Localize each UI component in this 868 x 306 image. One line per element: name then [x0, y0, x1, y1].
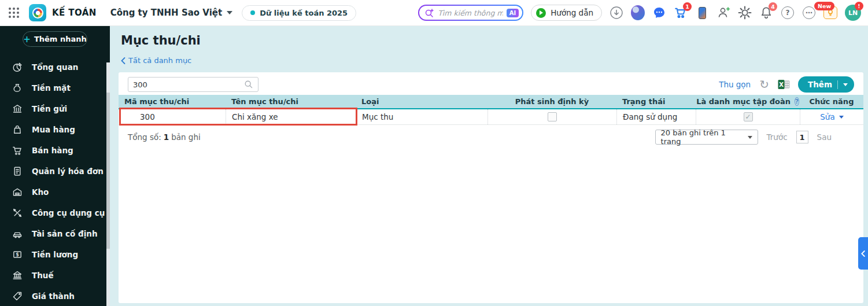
cell-actions: Sửa [800, 109, 863, 124]
collapse-link[interactable]: Thu gọn [719, 80, 751, 89]
support-avatar[interactable] [631, 6, 645, 20]
sidebar-item-gia-thanh[interactable]: Giá thành [0, 286, 110, 306]
app-window: KẾ TOÁN Công ty TNHH Sao Việt Dữ liệu kế… [0, 0, 868, 306]
bank-deposit-icon [12, 103, 23, 115]
ai-badge: AI [507, 9, 519, 17]
table-search-box[interactable] [128, 77, 258, 92]
add-dropdown-caret-icon[interactable] [843, 83, 848, 89]
recurring-checkbox[interactable] [548, 112, 557, 121]
next-page-button[interactable]: Sau [817, 132, 832, 142]
sidebar-item-label: Bán hàng [32, 146, 73, 155]
quick-add-button[interactable]: + Thêm nhanh [23, 31, 87, 47]
topbar-left: KẾ TOÁN Công ty TNHH Sao Việt Dữ liệu kế… [7, 4, 356, 21]
sidebar-item-tien-luong[interactable]: $ Tiền lương [0, 244, 110, 265]
current-page-box[interactable]: 1 [796, 131, 808, 143]
sidebar-item-label: Quản lý hóa đơn [32, 167, 104, 176]
sidebar-item-label: Công cụ dụng cụ [32, 208, 105, 217]
topbar: KẾ TOÁN Công ty TNHH Sao Việt Dữ liệu kế… [0, 0, 868, 26]
cell-recurring [487, 109, 616, 124]
mobile-app-icon[interactable] [695, 6, 709, 20]
app-logo[interactable] [29, 4, 46, 21]
page-size-select[interactable]: 20 bản ghi trên 1 trang [655, 130, 758, 145]
guide-label: Hướng dẫn [551, 8, 593, 17]
smart-search-input[interactable] [438, 9, 503, 17]
whats-new-icon[interactable]: New [823, 6, 837, 20]
add-button-label: Thêm [808, 80, 832, 89]
cash-bag-icon [12, 82, 23, 94]
group-help-icon[interactable]: ? [795, 97, 799, 106]
cell-type: Mục thu [356, 109, 487, 124]
prev-page-button[interactable]: Trước [767, 132, 788, 142]
add-user-icon[interactable] [716, 6, 730, 20]
price-tag-icon [12, 290, 23, 302]
warehouse-icon [12, 186, 23, 198]
svg-text:$: $ [16, 252, 19, 257]
sidebar: + Thêm nhanh Tổng quan Tiền mặt Tiền gửi… [0, 26, 110, 306]
user-avatar[interactable]: LN ! [845, 5, 861, 21]
cart-badge: 1 [683, 2, 692, 11]
cart-icon[interactable]: 1 [674, 6, 688, 20]
sidebar-item-label: Kho [32, 187, 49, 197]
sidebar-item-kho[interactable]: Kho [0, 182, 110, 202]
cell-name: Chi xăng xe [226, 109, 356, 124]
overview-pie-icon [12, 61, 23, 73]
list-panel: Thu gọn ↻ X Thêm Mã mục thu/chi Tên mục … [119, 72, 863, 303]
add-button[interactable]: Thêm [798, 76, 854, 93]
notifications-bell-icon[interactable]: 4 [759, 6, 773, 20]
column-header-group[interactable]: Là danh mục tập đoàn ? [696, 95, 800, 108]
messenger-icon[interactable] [652, 6, 666, 20]
edit-action[interactable]: Sửa [820, 112, 843, 121]
column-header-status[interactable]: Trạng thái [616, 95, 696, 108]
sidebar-item-label: Mua hàng [32, 125, 75, 134]
question-glyph: ? [781, 6, 794, 19]
table-header-row: Mã mục thu/chi Tên mục thu/chi Loại Phát… [119, 95, 863, 109]
guide-button[interactable]: Hướng dẫn [531, 5, 602, 21]
back-chevron-icon [121, 57, 125, 64]
edit-action-label: Sửa [820, 112, 834, 121]
group-checkbox-checked: ✓ [744, 112, 753, 121]
smart-search-box[interactable]: AI [418, 5, 523, 21]
sidebar-item-label: Tiền lương [32, 250, 78, 259]
sidebar-item-ban-hang[interactable]: Bán hàng [0, 140, 110, 161]
refresh-icon[interactable]: ↻ [759, 79, 769, 90]
sidebar-item-tong-quan[interactable]: Tổng quan [0, 57, 110, 78]
table-row[interactable]: 300 Chi xăng xe Mục thu Đang sử dụng ✓ S… [119, 109, 863, 125]
download-icon[interactable] [610, 6, 623, 20]
company-name: Công ty TNHH Sao Việt [110, 8, 223, 18]
table-footer: Tổng số: 1 bản ghi 20 bản ghi trên 1 tra… [128, 128, 832, 146]
sidebar-item-tien-gui[interactable]: Tiền gửi [0, 98, 110, 119]
dataset-selector[interactable]: Dữ liệu kế toán 2025 [242, 5, 356, 21]
avatar-initials: LN [848, 9, 858, 17]
more-icon[interactable]: ⋯ [802, 6, 816, 20]
phone-screen [699, 7, 706, 19]
column-header-name[interactable]: Tên mục thu/chi [226, 95, 356, 108]
avatar-alert-badge: ! [855, 2, 863, 10]
page-size-caret-icon [748, 136, 752, 141]
column-header-code[interactable]: Mã mục thu/chi [119, 95, 226, 108]
column-header-recurring[interactable]: Phát sinh định kỳ [487, 95, 616, 108]
purchase-bag-icon [12, 124, 23, 135]
export-excel-icon[interactable]: X [778, 79, 789, 90]
sidebar-item-thue[interactable]: Thuế [0, 265, 110, 286]
column-header-actions[interactable]: Chức năng [800, 95, 863, 108]
company-selector[interactable]: Công ty TNHH Sao Việt [110, 8, 233, 18]
pagination: 20 bản ghi trên 1 trang Trước 1 Sau [655, 130, 832, 145]
sidebar-item-tien-mat[interactable]: Tiền mặt [0, 78, 110, 98]
column-header-type[interactable]: Loại [356, 95, 487, 108]
toolbar-right: Thu gọn ↻ X Thêm [719, 76, 854, 93]
action-dropdown-caret-icon[interactable] [839, 116, 844, 121]
breadcrumb[interactable]: Tất cả danh mục [121, 56, 191, 65]
cell-group: ✓ [696, 109, 800, 124]
sidebar-item-mua-hang[interactable]: Mua hàng [0, 119, 110, 140]
sidebar-item-cong-cu-dung-cu[interactable]: Công cụ dụng cụ [0, 202, 110, 223]
sidebar-item-tai-san-co-dinh[interactable]: Tài sản cố định [0, 223, 110, 244]
svg-text:X: X [779, 82, 784, 88]
side-panel-toggle[interactable] [858, 237, 868, 270]
apps-grid-icon[interactable] [7, 6, 21, 20]
sidebar-item-quan-ly-hoa-don[interactable]: Quản lý hóa đơn [0, 161, 110, 182]
settings-gear-icon[interactable] [738, 6, 752, 20]
chevron-left-icon [861, 250, 865, 257]
main-content: Mục thu/chi Tất cả danh mục Thu gọn ↻ X … [110, 26, 868, 306]
help-icon[interactable]: ? [781, 6, 795, 20]
table-search-input[interactable] [133, 80, 244, 89]
